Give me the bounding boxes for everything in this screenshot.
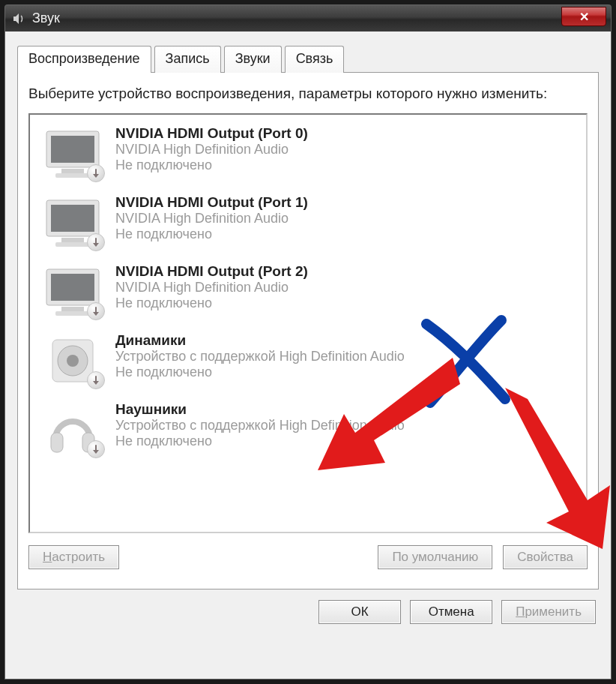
device-status: Не подключено <box>115 226 308 242</box>
device-list[interactable]: NVIDIA HDMI Output (Port 0) NVIDIA High … <box>28 113 588 533</box>
device-item[interactable]: NVIDIA HDMI Output (Port 1) NVIDIA High … <box>34 188 582 257</box>
apply-button[interactable]: Применить <box>501 600 596 624</box>
svg-marker-9 <box>93 243 99 247</box>
headphones-icon <box>39 400 106 460</box>
disconnected-badge-icon <box>87 371 105 389</box>
window-title: Звук <box>32 10 60 26</box>
svg-rect-11 <box>51 274 94 301</box>
disconnected-badge-icon <box>87 233 105 251</box>
svg-marker-18 <box>93 381 99 385</box>
instruction-text: Выберите устройство воспроизведения, пар… <box>28 85 588 103</box>
device-text: Наушники Устройство с поддержкой High De… <box>115 400 405 449</box>
close-button[interactable]: ✕ <box>561 7 606 26</box>
device-status: Не подключено <box>115 158 308 173</box>
disconnected-badge-icon <box>87 302 105 320</box>
device-driver: Устройство с поддержкой High Definition … <box>115 418 405 434</box>
svg-rect-6 <box>51 205 94 232</box>
svg-marker-21 <box>93 450 99 454</box>
device-name: NVIDIA HDMI Output (Port 2) <box>115 263 308 280</box>
device-driver: NVIDIA High Definition Audio <box>115 280 308 296</box>
tab-recording[interactable]: Запись <box>154 46 221 73</box>
dialog-buttons: ОК Отмена Применить <box>17 600 599 624</box>
monitor-icon <box>39 193 106 253</box>
device-driver: NVIDIA High Definition Audio <box>115 142 308 158</box>
device-status: Не подключено <box>115 364 405 380</box>
disconnected-badge-icon <box>87 164 105 182</box>
ok-button[interactable]: ОК <box>318 600 401 624</box>
svg-rect-12 <box>61 307 84 311</box>
device-name: NVIDIA HDMI Output (Port 1) <box>115 194 308 211</box>
svg-rect-3 <box>55 173 90 178</box>
disconnected-badge-icon <box>87 440 105 458</box>
device-item[interactable]: NVIDIA HDMI Output (Port 0) NVIDIA High … <box>34 119 582 188</box>
svg-rect-13 <box>55 311 90 316</box>
device-text: NVIDIA HDMI Output (Port 1) NVIDIA High … <box>115 193 308 242</box>
window-frame: Звук ✕ Воспроизведение Запись Звуки Связ… <box>0 0 616 684</box>
svg-rect-19 <box>51 433 63 452</box>
cancel-button[interactable]: Отмена <box>410 600 492 624</box>
tab-playback[interactable]: Воспроизведение <box>17 46 151 73</box>
device-text: NVIDIA HDMI Output (Port 0) NVIDIA High … <box>115 124 308 173</box>
svg-rect-8 <box>55 242 90 247</box>
device-item[interactable]: NVIDIA HDMI Output (Port 2) NVIDIA High … <box>34 257 582 326</box>
properties-button[interactable]: Свойства <box>503 545 588 569</box>
device-text: Динамики Устройство с поддержкой High De… <box>115 331 405 380</box>
tab-panel-playback: Выберите устройство воспроизведения, пар… <box>17 72 599 590</box>
svg-point-17 <box>67 355 79 367</box>
device-driver: Устройство с поддержкой High Definition … <box>115 349 405 364</box>
device-name: Наушники <box>115 401 405 418</box>
panel-buttons: Настроить По умолчанию Свойства <box>28 545 588 569</box>
configure-button[interactable]: Настроить <box>28 545 119 569</box>
tab-sounds[interactable]: Звуки <box>224 46 282 73</box>
svg-rect-1 <box>51 136 94 163</box>
device-name: NVIDIA HDMI Output (Port 0) <box>115 125 308 142</box>
svg-marker-4 <box>93 174 99 178</box>
client-area: Воспроизведение Запись Звуки Связь Выбер… <box>4 32 612 680</box>
device-name: Динамики <box>115 332 405 349</box>
device-driver: NVIDIA High Definition Audio <box>115 211 308 226</box>
tabstrip: Воспроизведение Запись Звуки Связь <box>17 45 599 72</box>
set-default-button[interactable]: По умолчанию <box>378 545 492 569</box>
device-text: NVIDIA HDMI Output (Port 2) NVIDIA High … <box>115 262 308 311</box>
device-item[interactable]: Наушники Устройство с поддержкой High De… <box>34 395 582 464</box>
monitor-icon <box>39 124 106 184</box>
svg-rect-7 <box>61 238 84 242</box>
tab-communications[interactable]: Связь <box>285 46 345 73</box>
speaker-icon <box>39 331 106 391</box>
device-status: Не подключено <box>115 434 405 449</box>
device-status: Не подключено <box>115 296 308 311</box>
titlebar[interactable]: Звук ✕ <box>4 4 612 32</box>
sound-icon <box>11 11 26 26</box>
monitor-icon <box>39 262 106 322</box>
close-icon: ✕ <box>579 10 589 24</box>
svg-marker-14 <box>93 312 99 316</box>
svg-rect-2 <box>61 169 84 173</box>
device-item[interactable]: Динамики Устройство с поддержкой High De… <box>34 326 582 395</box>
